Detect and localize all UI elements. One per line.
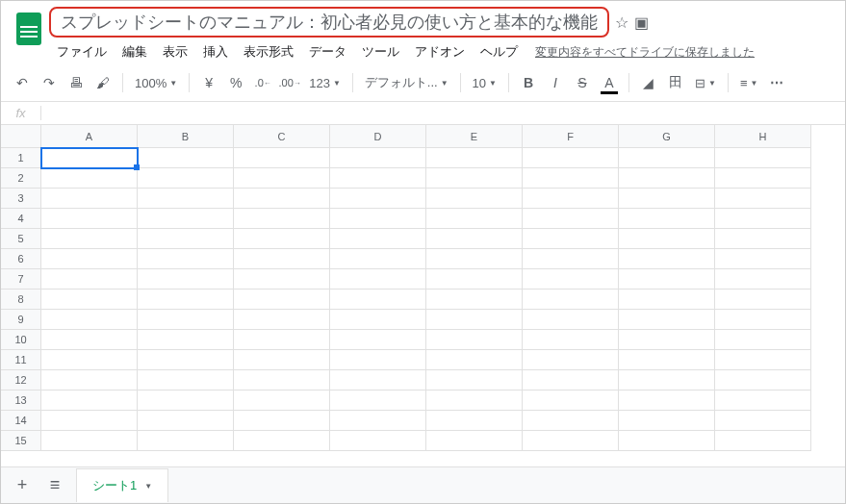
cell-B6[interactable] bbox=[138, 249, 234, 269]
column-header[interactable]: E bbox=[426, 125, 523, 148]
cell-H2[interactable] bbox=[715, 168, 811, 189]
save-status[interactable]: 変更内容をすべてドライブに保存しました bbox=[535, 44, 755, 61]
cell-G12[interactable] bbox=[619, 370, 715, 391]
cell-C10[interactable] bbox=[234, 330, 330, 350]
cell-C13[interactable] bbox=[234, 391, 330, 411]
menu-format[interactable]: 表示形式 bbox=[238, 41, 299, 63]
row-header[interactable]: 8 bbox=[1, 290, 41, 310]
cell-A15[interactable] bbox=[41, 431, 138, 451]
cell-A4[interactable] bbox=[41, 209, 138, 229]
row-header[interactable]: 15 bbox=[1, 431, 41, 451]
cell-F7[interactable] bbox=[523, 269, 619, 290]
cell-A13[interactable] bbox=[41, 391, 138, 411]
print-button[interactable]: 🖶 bbox=[64, 70, 88, 95]
undo-button[interactable]: ↶ bbox=[11, 70, 34, 95]
column-header[interactable]: G bbox=[619, 125, 715, 148]
cell-F8[interactable] bbox=[523, 290, 619, 310]
cell-F10[interactable] bbox=[523, 330, 619, 350]
cell-G15[interactable] bbox=[619, 431, 715, 451]
cell-B8[interactable] bbox=[138, 290, 234, 310]
cell-H9[interactable] bbox=[715, 310, 811, 330]
cell-H1[interactable] bbox=[715, 148, 811, 168]
menu-help[interactable]: ヘルプ bbox=[474, 41, 524, 63]
column-header[interactable]: B bbox=[138, 125, 234, 148]
cell-C15[interactable] bbox=[234, 431, 330, 451]
cell-D2[interactable] bbox=[330, 168, 426, 189]
cell-H6[interactable] bbox=[715, 249, 811, 269]
cell-B15[interactable] bbox=[138, 431, 234, 451]
cell-F14[interactable] bbox=[523, 411, 619, 431]
move-to-folder-icon[interactable]: ▣ bbox=[634, 13, 649, 32]
cell-C9[interactable] bbox=[234, 310, 330, 330]
cell-D15[interactable] bbox=[330, 431, 426, 451]
cell-B7[interactable] bbox=[138, 269, 234, 290]
cell-A3[interactable] bbox=[41, 189, 138, 209]
cell-G3[interactable] bbox=[619, 189, 715, 209]
cell-H11[interactable] bbox=[715, 350, 811, 370]
cell-C12[interactable] bbox=[234, 370, 330, 391]
cell-A11[interactable] bbox=[41, 350, 138, 370]
cell-E5[interactable] bbox=[426, 229, 523, 249]
star-icon[interactable]: ☆ bbox=[615, 13, 628, 32]
cell-G13[interactable] bbox=[619, 391, 715, 411]
cell-D11[interactable] bbox=[330, 350, 426, 370]
cell-B9[interactable] bbox=[138, 310, 234, 330]
row-header[interactable]: 7 bbox=[1, 269, 41, 290]
cell-G5[interactable] bbox=[619, 229, 715, 249]
row-header[interactable]: 14 bbox=[1, 411, 41, 431]
menu-insert[interactable]: 挿入 bbox=[197, 41, 234, 63]
cell-D4[interactable] bbox=[330, 209, 426, 229]
cell-E14[interactable] bbox=[426, 411, 523, 431]
cell-G14[interactable] bbox=[619, 411, 715, 431]
cell-B14[interactable] bbox=[138, 411, 234, 431]
cell-B4[interactable] bbox=[138, 209, 234, 229]
cell-E7[interactable] bbox=[426, 269, 523, 290]
cell-E6[interactable] bbox=[426, 249, 523, 269]
cell-E9[interactable] bbox=[426, 310, 523, 330]
font-family-dropdown[interactable]: デフォルト...▼ bbox=[361, 74, 452, 91]
cell-E8[interactable] bbox=[426, 290, 523, 310]
cell-F6[interactable] bbox=[523, 249, 619, 269]
cell-F3[interactable] bbox=[523, 189, 619, 209]
cell-H4[interactable] bbox=[715, 209, 811, 229]
cell-D6[interactable] bbox=[330, 249, 426, 269]
cell-C7[interactable] bbox=[234, 269, 330, 290]
all-sheets-button[interactable]: ≡ bbox=[43, 473, 66, 498]
cell-E1[interactable] bbox=[426, 148, 523, 168]
cell-G7[interactable] bbox=[619, 269, 715, 290]
row-header[interactable]: 10 bbox=[1, 330, 41, 350]
cell-H3[interactable] bbox=[715, 189, 811, 209]
cell-D3[interactable] bbox=[330, 189, 426, 209]
cell-B12[interactable] bbox=[138, 370, 234, 391]
menu-view[interactable]: 表示 bbox=[157, 41, 193, 63]
document-title[interactable]: スプレッドシートのマニュアル：初心者必見の使い方と基本的な機能 bbox=[49, 7, 609, 38]
cell-D14[interactable] bbox=[330, 411, 426, 431]
cell-G9[interactable] bbox=[619, 310, 715, 330]
row-header[interactable]: 2 bbox=[1, 168, 41, 189]
bold-button[interactable]: B bbox=[517, 70, 540, 95]
cell-A1[interactable] bbox=[41, 148, 138, 168]
sheet-tab-menu-icon[interactable]: ▼ bbox=[144, 482, 152, 491]
column-header[interactable]: H bbox=[715, 125, 811, 148]
cell-C11[interactable] bbox=[234, 350, 330, 370]
row-header[interactable]: 9 bbox=[1, 310, 41, 330]
cell-E3[interactable] bbox=[426, 189, 523, 209]
cell-C14[interactable] bbox=[234, 411, 330, 431]
cell-E11[interactable] bbox=[426, 350, 523, 370]
cell-D8[interactable] bbox=[330, 290, 426, 310]
decrease-decimal-button[interactable]: .0← bbox=[251, 70, 274, 95]
cell-F2[interactable] bbox=[523, 168, 619, 189]
cell-H14[interactable] bbox=[715, 411, 811, 431]
cell-F1[interactable] bbox=[523, 148, 619, 168]
column-header[interactable]: D bbox=[330, 125, 426, 148]
row-header[interactable]: 5 bbox=[1, 229, 41, 249]
cell-B5[interactable] bbox=[138, 229, 234, 249]
cell-B3[interactable] bbox=[138, 189, 234, 209]
cell-D1[interactable] bbox=[330, 148, 426, 168]
menu-edit[interactable]: 編集 bbox=[116, 41, 153, 63]
sheet-tab-active[interactable]: シート1 ▼ bbox=[76, 468, 168, 502]
cell-E12[interactable] bbox=[426, 370, 523, 391]
redo-button[interactable]: ↷ bbox=[38, 70, 61, 95]
cell-D12[interactable] bbox=[330, 370, 426, 391]
cell-D10[interactable] bbox=[330, 330, 426, 350]
